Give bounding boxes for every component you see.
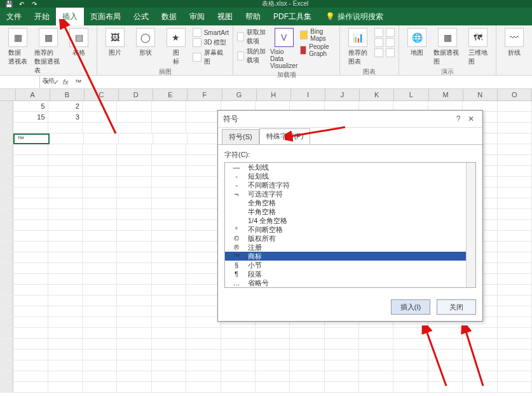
cell[interactable]: [48, 198, 83, 209]
col-header[interactable]: F: [188, 89, 222, 100]
cell[interactable]: [83, 198, 117, 209]
cell[interactable]: [13, 382, 48, 393]
cell[interactable]: [325, 371, 359, 382]
cell[interactable]: [221, 328, 256, 339]
cancel-icon[interactable]: ✕: [44, 78, 50, 86]
cell[interactable]: [13, 296, 48, 306]
cell[interactable]: [152, 371, 186, 382]
cell[interactable]: [83, 155, 117, 166]
cell[interactable]: [290, 382, 324, 393]
cell[interactable]: [83, 220, 117, 231]
cell[interactable]: [498, 306, 532, 317]
cell[interactable]: [48, 220, 83, 231]
menu-page-layout[interactable]: 页面布局: [84, 8, 127, 25]
cell[interactable]: [186, 285, 221, 296]
cell[interactable]: [359, 371, 393, 382]
cell[interactable]: [152, 252, 186, 263]
row-header[interactable]: [0, 209, 13, 220]
cell[interactable]: [290, 339, 324, 350]
row-header[interactable]: [0, 285, 13, 296]
cell[interactable]: [117, 285, 151, 296]
col-header[interactable]: E: [153, 89, 188, 100]
name-box[interactable]: [0, 76, 40, 88]
row-header[interactable]: [0, 155, 13, 166]
cell[interactable]: [152, 231, 186, 242]
cell[interactable]: [152, 274, 186, 285]
cell[interactable]: [256, 339, 290, 350]
row-header[interactable]: [0, 198, 13, 209]
cell[interactable]: [48, 317, 83, 328]
cell[interactable]: [498, 155, 532, 166]
cell[interactable]: [221, 382, 256, 393]
cell[interactable]: [498, 371, 532, 382]
menu-file[interactable]: 文件: [0, 8, 28, 25]
list-item[interactable]: 1/4 全角空格: [225, 216, 475, 225]
enter-icon[interactable]: ✓: [53, 78, 59, 86]
cell[interactable]: [186, 306, 221, 317]
peoplegraph-button[interactable]: People Graph: [300, 43, 336, 57]
my-addins-button[interactable]: 我的加载项: [237, 47, 268, 65]
formula-input[interactable]: ™: [72, 78, 532, 86]
list-item[interactable]: °不间断空格: [225, 225, 475, 234]
insert-button[interactable]: 插入(I): [391, 299, 430, 315]
cell[interactable]: [498, 177, 532, 188]
cell[interactable]: [186, 188, 221, 198]
cell[interactable]: [117, 177, 151, 188]
cell[interactable]: [221, 360, 256, 371]
cell[interactable]: [325, 339, 359, 350]
cell[interactable]: [83, 188, 117, 198]
row-header[interactable]: [0, 382, 13, 393]
cell[interactable]: [186, 123, 221, 133]
chart-icon[interactable]: [386, 38, 395, 47]
cell[interactable]: [393, 371, 428, 382]
cell[interactable]: [186, 144, 221, 155]
row-header[interactable]: [0, 350, 13, 360]
cell[interactable]: [498, 133, 532, 144]
cell[interactable]: [186, 296, 221, 306]
close-icon[interactable]: ✕: [465, 114, 477, 123]
undo-icon[interactable]: ↶: [18, 0, 25, 8]
cell[interactable]: [428, 371, 463, 382]
cell[interactable]: [83, 371, 117, 382]
cell[interactable]: [186, 263, 221, 274]
row-header[interactable]: [0, 306, 13, 317]
help-icon[interactable]: ?: [452, 114, 465, 123]
cell[interactable]: [256, 371, 290, 382]
cell[interactable]: [152, 123, 186, 133]
cell[interactable]: [48, 188, 83, 198]
recommended-pivot-button[interactable]: ▦推荐的 数据透视表: [34, 28, 62, 75]
cell[interactable]: [48, 209, 83, 220]
chart-icon[interactable]: [386, 28, 395, 37]
cell[interactable]: [13, 177, 48, 188]
cell[interactable]: [359, 382, 393, 393]
cell[interactable]: [498, 188, 532, 198]
cell[interactable]: [13, 252, 48, 263]
cell[interactable]: [48, 339, 83, 350]
cell[interactable]: [463, 382, 497, 393]
cell[interactable]: [498, 328, 532, 339]
cell[interactable]: [186, 350, 221, 360]
cell[interactable]: [117, 155, 151, 166]
cell[interactable]: [13, 339, 48, 350]
cell[interactable]: [117, 101, 151, 112]
cell[interactable]: [48, 285, 83, 296]
cell[interactable]: [13, 317, 48, 328]
recommended-charts-button[interactable]: 📊推荐的 图表: [344, 28, 372, 66]
cell[interactable]: [428, 339, 463, 350]
screenshot-button[interactable]: 屏幕截图: [193, 48, 229, 66]
menu-data[interactable]: 数据: [155, 8, 183, 25]
cell[interactable]: [221, 371, 256, 382]
cell[interactable]: [117, 198, 151, 209]
list-item[interactable]: -短划线: [225, 172, 475, 181]
cell[interactable]: [117, 252, 151, 263]
cell[interactable]: [83, 263, 117, 274]
cell[interactable]: [13, 144, 48, 155]
cell[interactable]: 5: [13, 101, 48, 112]
col-header[interactable]: H: [257, 89, 291, 100]
map-button[interactable]: 🌐地图: [403, 28, 431, 66]
cell[interactable]: [48, 263, 83, 274]
cell[interactable]: [256, 360, 290, 371]
cell[interactable]: [83, 360, 117, 371]
cell[interactable]: [13, 155, 48, 166]
cell[interactable]: [119, 133, 153, 144]
